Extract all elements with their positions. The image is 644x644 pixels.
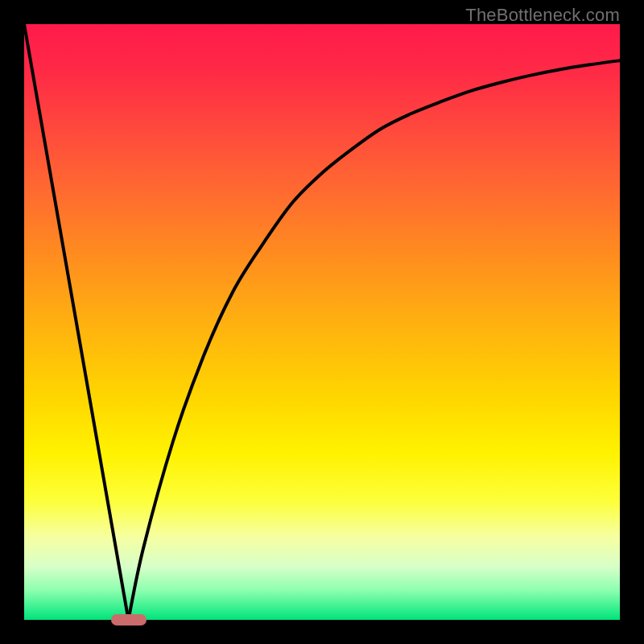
plot-area [24,24,620,620]
chart-frame: TheBottleneck.com [0,0,644,644]
curve-right-segment [129,60,621,620]
curve-left-segment [24,24,129,620]
curve-layer [24,24,620,620]
minimum-marker [111,614,147,625]
attribution-label: TheBottleneck.com [465,5,620,26]
